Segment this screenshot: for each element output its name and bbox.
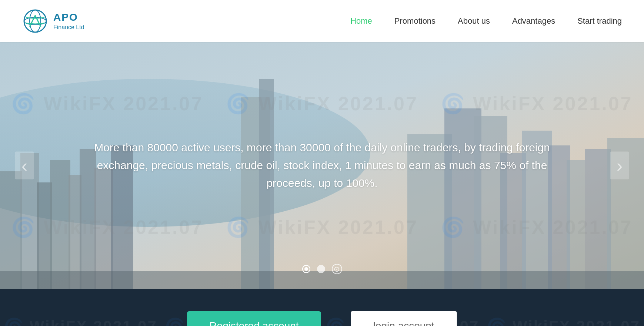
nav-item-about[interactable]: About us <box>458 16 490 26</box>
carousel-dots <box>302 264 342 274</box>
svg-rect-21 <box>567 160 585 289</box>
header: APO Finance Ltd Home Promotions About us… <box>0 0 644 42</box>
carousel-dot-1[interactable] <box>302 265 310 273</box>
logo-area: APO Finance Ltd <box>22 8 84 34</box>
svg-rect-8 <box>50 160 70 289</box>
nav-item-start-trading[interactable]: Start trading <box>577 16 622 26</box>
main-nav: Home Promotions About us Advantages Star… <box>350 16 622 26</box>
nav-item-home[interactable]: Home <box>350 16 372 26</box>
logo-subtitle: Finance Ltd <box>53 24 84 31</box>
nav-item-promotions[interactable]: Promotions <box>394 16 436 26</box>
bottom-section: 🌀 WikiFX 2021.07 🌀 WikiFX 2021.07 🌀 Wiki… <box>0 289 644 326</box>
next-arrow[interactable]: › <box>610 152 629 179</box>
login-button[interactable]: login account <box>351 311 457 326</box>
carousel-dot-3[interactable] <box>332 264 342 274</box>
bottom-watermark: 🌀 WikiFX 2021.07 🌀 WikiFX 2021.07 🌀 Wiki… <box>0 289 644 326</box>
logo-text: APO Finance Ltd <box>53 11 84 31</box>
register-button[interactable]: Registered account <box>187 311 321 326</box>
svg-rect-22 <box>585 149 611 289</box>
svg-point-0 <box>24 10 46 32</box>
nav-item-advantages[interactable]: Advantages <box>512 16 555 26</box>
svg-point-1 <box>30 10 41 32</box>
prev-arrow[interactable]: ‹ <box>15 152 34 179</box>
hero-text: More than 80000 active users, more than … <box>81 139 563 192</box>
hero-content: More than 80000 active users, more than … <box>81 139 563 192</box>
hero-section: 🌀 WikiFX 2021.07 🌀 WikiFX 2021.07 🌀 Wiki… <box>0 42 644 289</box>
carousel-dot-2[interactable] <box>317 265 325 273</box>
logo-brand: APO <box>53 11 84 24</box>
logo-icon <box>22 8 48 34</box>
